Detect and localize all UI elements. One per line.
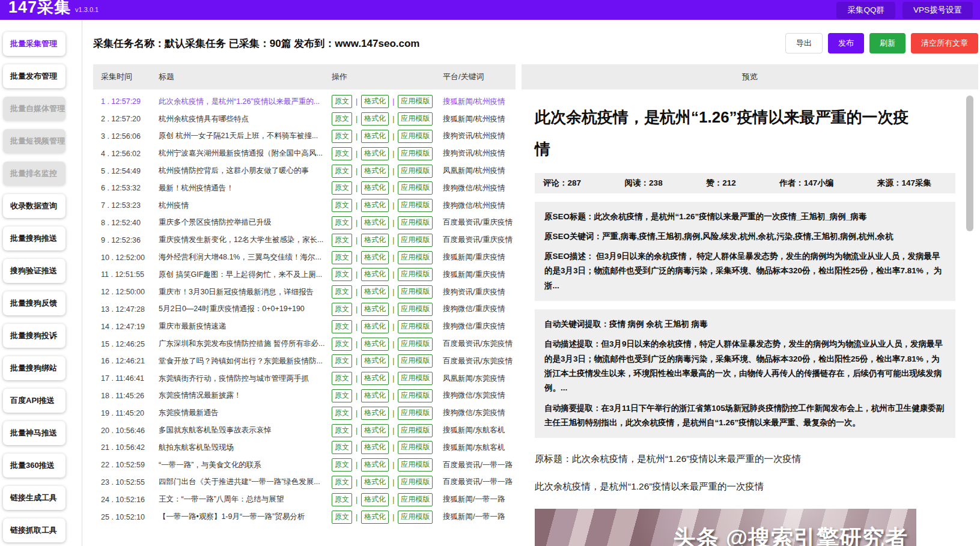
original-text-button[interactable]: 原文 [332,147,352,160]
table-row[interactable]: 15 . 12:46:25 广东深圳和东莞发布疫情防控措施 暂停所有非必... … [93,335,516,353]
apply-template-button[interactable]: 应用模版 [398,338,433,351]
apply-template-button[interactable]: 应用模版 [398,424,433,437]
apply-template-button[interactable]: 应用模版 [398,181,433,195]
original-text-button[interactable]: 原文 [332,354,352,368]
export-button[interactable]: 导出 [785,33,823,53]
clear-all-articles-button[interactable]: 清空所有文章 [911,33,978,53]
format-button[interactable]: 格式化 [361,147,389,160]
original-text-button[interactable]: 原文 [332,476,352,489]
table-row[interactable]: 11 . 12:51:55 原创 搞笑GIF趣图：早上起得匆忙，来不及上厕...… [93,266,516,284]
table-row[interactable]: 24 . 10:52:16 王文：“一带一路”八周年：总结与展望 原文 | 格式… [93,491,516,508]
format-button[interactable]: 格式化 [361,165,389,178]
original-text-button[interactable]: 原文 [332,320,352,333]
format-button[interactable]: 格式化 [361,476,389,489]
format-button[interactable]: 格式化 [361,130,389,143]
format-button[interactable]: 格式化 [361,354,389,368]
apply-template-button[interactable]: 应用模版 [398,458,433,472]
apply-template-button[interactable]: 应用模版 [398,354,433,368]
publish-button[interactable]: 发布 [828,33,864,53]
original-text-button[interactable]: 原文 [332,216,352,229]
qq-group-button[interactable]: 采集QQ群 [836,2,895,19]
table-row[interactable]: 19 . 11:45:20 东莞疫情最新通告 原文 | 格式化 | 应用模版 搜… [93,404,516,422]
refresh-button[interactable]: 刷新 [869,33,905,53]
format-button[interactable]: 格式化 [361,320,389,333]
original-text-button[interactable]: 原文 [332,511,352,524]
original-text-button[interactable]: 原文 [332,234,352,247]
apply-template-button[interactable]: 应用模版 [398,372,433,385]
format-button[interactable]: 格式化 [361,216,389,229]
format-button[interactable]: 格式化 [361,493,389,506]
table-row[interactable]: 1 . 12:57:29 此次余杭疫情，是杭州“1.26”疫情以来最严重的...… [93,93,516,111]
format-button[interactable]: 格式化 [361,234,389,247]
table-row[interactable]: 20 . 10:56:46 多国就东航客机坠毁事故表示哀悼 原文 | 格式化 |… [93,422,516,439]
table-row[interactable]: 16 . 12:46:21 堂食开放了吗？跨镇如何出行？东莞最新疫情防... 原… [93,353,516,370]
apply-template-button[interactable]: 应用模版 [398,234,433,247]
apply-template-button[interactable]: 应用模版 [398,320,433,333]
apply-template-button[interactable]: 应用模版 [398,441,433,454]
apply-template-button[interactable]: 应用模版 [398,216,433,229]
format-button[interactable]: 格式化 [361,251,389,264]
sidebar-item[interactable]: 百度API推送 [3,389,65,413]
table-row[interactable]: 14 . 12:47:19 重庆市最新疫情速递 原文 | 格式化 | 应用模版 … [93,318,516,335]
table-row[interactable]: 4 . 12:56:02 杭州宁波嘉兴湖州最新疫情通报（附全国中高风... 原文… [93,145,516,162]
table-row[interactable]: 18 . 11:45:26 东莞疫情情况最新披露！ 原文 | 格式化 | 应用模… [93,387,516,405]
apply-template-button[interactable]: 应用模版 [398,112,433,126]
apply-template-button[interactable]: 应用模版 [398,407,433,420]
sidebar-item[interactable]: 收录数据查询 [3,194,65,218]
table-row[interactable]: 7 . 12:53:23 杭州疫情 原文 | 格式化 | 应用模版 搜狗微信/杭… [93,197,516,214]
format-button[interactable]: 格式化 [361,268,389,281]
apply-template-button[interactable]: 应用模版 [398,147,433,160]
apply-template-button[interactable]: 应用模版 [398,199,433,212]
sidebar-item[interactable]: 批量采集管理 [3,32,65,56]
table-row[interactable]: 9 . 12:52:36 重庆疫情发生新变化，12名大学生被感染，家长... 原… [93,231,516,249]
original-text-button[interactable]: 原文 [332,130,352,143]
table-row[interactable]: 23 . 10:52:55 四部门出台《关于推进共建“一带一路”绿色发展... … [93,474,516,491]
table-row[interactable]: 22 . 10:52:59 “一带一路”，与美食文化的联系 原文 | 格式化 |… [93,457,516,474]
sidebar-item[interactable]: 批量搜狗绑站 [3,356,65,380]
original-text-button[interactable]: 原文 [332,181,352,195]
original-text-button[interactable]: 原文 [332,441,352,454]
original-text-button[interactable]: 原文 [332,493,352,506]
original-text-button[interactable]: 原文 [332,251,352,264]
table-row[interactable]: 12 . 12:50:00 重庆市！3月30日新冠疫情最新消息，详细报告 原文 … [93,284,516,301]
sidebar-item[interactable]: 搜狗验证推送 [3,259,65,283]
format-button[interactable]: 格式化 [361,511,389,524]
format-button[interactable]: 格式化 [361,458,389,472]
format-button[interactable]: 格式化 [361,303,389,316]
format-button[interactable]: 格式化 [361,441,389,454]
original-text-button[interactable]: 原文 [332,372,352,385]
apply-template-button[interactable]: 应用模版 [398,130,433,143]
original-text-button[interactable]: 原文 [332,95,352,108]
sidebar-item[interactable]: 批量搜狗推送 [3,226,65,250]
sidebar-item[interactable]: 链接抓取工具 [3,518,65,542]
apply-template-button[interactable]: 应用模版 [398,95,433,108]
apply-template-button[interactable]: 应用模版 [398,251,433,264]
original-text-button[interactable]: 原文 [332,458,352,472]
original-text-button[interactable]: 原文 [332,268,352,281]
table-row[interactable]: 6 . 12:53:32 最新！杭州疫情通告！ 原文 | 格式化 | 应用模版 … [93,180,516,197]
sidebar-item[interactable]: 批量搜狗反馈 [3,291,65,315]
original-text-button[interactable]: 原文 [332,303,352,316]
format-button[interactable]: 格式化 [361,424,389,437]
format-button[interactable]: 格式化 [361,181,389,195]
table-row[interactable]: 13 . 12:47:28 5月2日0—24时重庆疫情通报：0+0+19+190… [93,301,516,318]
sidebar-item[interactable]: 批量神马推送 [3,421,65,445]
format-button[interactable]: 格式化 [361,389,389,402]
sidebar-item[interactable]: 批量自媒体管理 [3,97,65,121]
apply-template-button[interactable]: 应用模版 [398,285,433,299]
original-text-button[interactable]: 原文 [332,389,352,402]
original-text-button[interactable]: 原文 [332,112,352,126]
table-row[interactable]: 3 . 12:56:06 原创 杭州一女子隔21天后上班，不料骑车被撞... 原… [93,128,516,145]
format-button[interactable]: 格式化 [361,372,389,385]
sidebar-item[interactable]: 批量排名监控 [3,162,65,186]
apply-template-button[interactable]: 应用模版 [398,165,433,178]
original-text-button[interactable]: 原文 [332,338,352,351]
apply-template-button[interactable]: 应用模版 [398,389,433,402]
original-text-button[interactable]: 原文 [332,424,352,437]
table-row[interactable]: 17 . 11:46:41 东莞镇街齐行动，疫情防控与城市管理两手抓 原文 | … [93,370,516,387]
vps-dial-settings-button[interactable]: VPS拨号设置 [902,2,973,19]
apply-template-button[interactable]: 应用模版 [398,303,433,316]
sidebar-item[interactable]: 批量发布管理 [3,64,65,88]
table-row[interactable]: 5 . 12:54:49 杭州疫情防控背后，这群小朋友做了暖心的事 原文 | 格… [93,162,516,180]
format-button[interactable]: 格式化 [361,112,389,126]
